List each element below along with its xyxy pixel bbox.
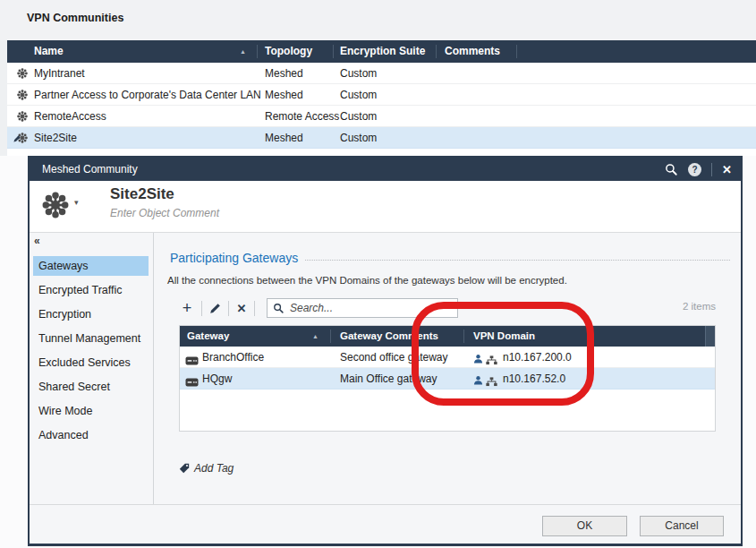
column-header-gateway[interactable]: Gateway — [187, 326, 229, 347]
column-header-comments[interactable]: Comments — [445, 40, 500, 63]
vpn-domain-value: n10.167.52.0 — [503, 368, 565, 390]
add-tag-label: Add Tag — [194, 462, 234, 475]
sidebar-item-wire-mode[interactable]: Wire Mode — [33, 401, 149, 421]
gateways-table-header: Gateway ▲ Gateway Comments VPN Domain — [180, 326, 715, 347]
community-name: Site2Site — [34, 127, 77, 149]
user-icon — [473, 373, 483, 390]
gateway-search-box — [267, 298, 458, 318]
column-header-name[interactable]: Name — [34, 40, 64, 63]
network-sitemap-icon — [486, 374, 497, 390]
column-divider — [516, 45, 517, 58]
column-divider — [257, 45, 258, 58]
object-name: Site2Site — [110, 185, 174, 203]
gateways-toolbar: + ✕ — [179, 296, 458, 320]
toolbar-divider — [254, 301, 255, 316]
column-divider — [436, 45, 437, 58]
cancel-button[interactable]: Cancel — [640, 516, 724, 536]
gateway-row-selected[interactable]: HQgw Main Office gateway n10.167.52.0 — [180, 368, 715, 390]
sort-ascending-icon[interactable]: ▲ — [240, 40, 246, 63]
dialog-sidebar: Gateways Encrypted Traffic Encryption Tu… — [30, 233, 154, 504]
dialog-titlebar: Meshed Community ? ✕ — [30, 158, 741, 181]
toolbar-divider — [201, 301, 202, 316]
community-encryption-suite: Custom — [340, 84, 377, 106]
column-header-topology[interactable]: Topology — [265, 40, 312, 63]
sort-ascending-icon[interactable]: ▲ — [312, 326, 319, 347]
column-header-encryption-suite[interactable]: Encryption Suite — [340, 40, 425, 63]
network-sitemap-icon — [486, 353, 497, 369]
community-topology: Meshed — [265, 63, 303, 84]
community-topology: Meshed — [265, 127, 303, 149]
help-icon[interactable]: ? — [688, 163, 701, 176]
participating-gateways-table: Gateway ▲ Gateway Comments VPN Domain Br… — [179, 325, 716, 432]
column-divider — [333, 45, 334, 58]
vpn-domain-value: n10.167.200.0 — [503, 347, 572, 368]
heading-dotted-rule — [305, 260, 730, 261]
community-row-selected[interactable]: Site2Site Meshed Custom — [7, 127, 756, 149]
search-icon[interactable] — [665, 163, 678, 176]
sidebar-item-excluded-services[interactable]: Excluded Services — [33, 353, 149, 372]
communities-table-header: Name ▲ Topology Encryption Suite Comment… — [7, 40, 756, 63]
vpn-community-icon — [16, 89, 29, 101]
section-heading-row: Participating Gateways — [170, 251, 730, 265]
page-title: VPN Communities — [27, 12, 123, 24]
dialog-title: Meshed Community — [42, 163, 665, 176]
vpn-communities-screen: VPN Communities Name ▲ Topology Encrypti… — [0, 0, 756, 548]
community-encryption-suite: Custom — [340, 127, 377, 149]
sidebar-item-encryption[interactable]: Encryption — [33, 304, 149, 324]
add-gateway-button[interactable]: + — [179, 298, 195, 318]
vpn-community-icon — [16, 110, 29, 123]
sidebar-item-tunnel-management[interactable]: Tunnel Management — [33, 329, 149, 348]
community-row[interactable]: MyIntranet Meshed Custom — [7, 63, 756, 84]
gateway-comment: Main Office gateway — [340, 368, 437, 390]
community-encryption-suite: Custom — [340, 63, 377, 84]
pencil-edit-overlay-icon — [13, 130, 21, 146]
user-icon — [473, 352, 483, 368]
sidebar-item-encrypted-traffic[interactable]: Encrypted Traffic — [33, 280, 149, 300]
footer-divider — [30, 504, 741, 505]
community-topology: Remote Access — [265, 106, 339, 127]
vpn-community-icon — [16, 67, 29, 80]
edit-gateway-button[interactable] — [208, 302, 222, 315]
sidebar-item-shared-secret[interactable]: Shared Secret — [33, 377, 149, 397]
ok-button[interactable]: OK — [542, 516, 627, 536]
scrollbar-gutter — [705, 326, 715, 347]
search-input[interactable] — [290, 302, 452, 314]
community-row[interactable]: RemoteAccess Remote Access Custom — [7, 106, 756, 127]
column-divider — [330, 330, 331, 343]
community-name: RemoteAccess — [34, 106, 106, 127]
titlebar-divider — [711, 163, 712, 176]
gateway-row[interactable]: BranchOffice Second office gateway n10.1… — [180, 347, 715, 368]
object-header: ▾ Site2Site Enter Object Comment — [30, 181, 741, 233]
object-comment-field[interactable]: Enter Object Comment — [110, 207, 219, 219]
section-description: All the connections between the VPN Doma… — [167, 275, 567, 286]
communities-table: Name ▲ Topology Encryption Suite Comment… — [7, 40, 756, 156]
column-divider — [463, 330, 464, 343]
toolbar-divider — [228, 301, 229, 316]
remove-gateway-button[interactable]: ✕ — [235, 302, 248, 315]
sidebar-item-advanced[interactable]: Advanced — [33, 425, 149, 445]
vpn-community-edited-icon — [16, 132, 29, 144]
gateway-icon — [185, 374, 199, 390]
section-heading: Participating Gateways — [170, 251, 298, 265]
community-name: MyIntranet — [34, 63, 85, 84]
community-encryption-suite: Custom — [340, 106, 377, 127]
search-icon — [273, 303, 285, 314]
meshed-community-dialog: Meshed Community ? ✕ ▾ Site2Site Enter O… — [28, 156, 743, 546]
gateway-name: HQgw — [202, 368, 232, 390]
gateway-comment: Second office gateway — [340, 347, 448, 368]
chevron-down-icon[interactable]: ▾ — [74, 198, 79, 207]
meshed-community-icon[interactable] — [40, 190, 71, 220]
community-row[interactable]: Partner Access to Corporate's Data Cente… — [7, 84, 756, 106]
tag-icon — [179, 463, 190, 474]
left-margin-strip — [0, 40, 7, 156]
column-header-vpn-domain[interactable]: VPN Domain — [473, 326, 535, 347]
community-name: Partner Access to Corporate's Data Cente… — [34, 84, 261, 106]
items-count: 2 items — [683, 301, 716, 312]
add-tag-button[interactable]: Add Tag — [179, 462, 234, 475]
gateway-icon — [185, 353, 199, 369]
sidebar-item-gateways[interactable]: Gateways — [33, 256, 149, 276]
column-header-gateway-comments[interactable]: Gateway Comments — [340, 326, 438, 347]
community-topology: Meshed — [265, 84, 303, 106]
close-icon[interactable]: ✕ — [722, 163, 732, 176]
gateway-name: BranchOffice — [202, 347, 264, 368]
